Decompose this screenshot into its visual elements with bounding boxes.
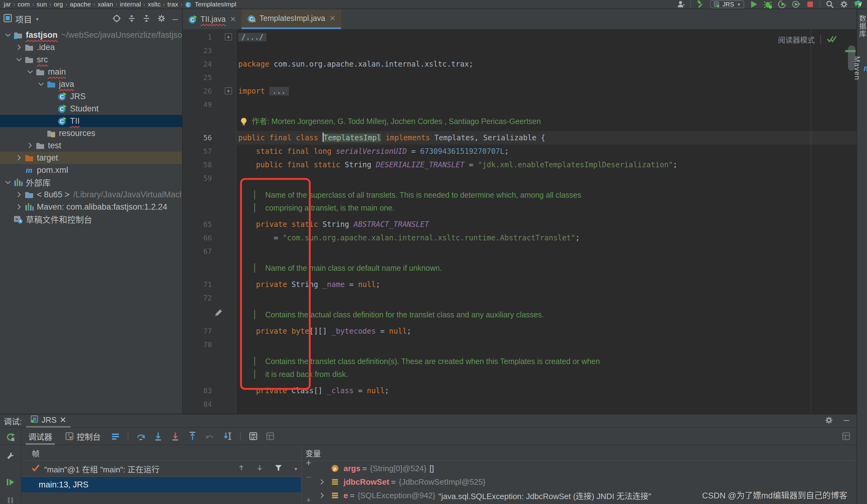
chevron-right-icon[interactable] xyxy=(14,191,24,199)
tool-stripe-database[interactable]: 数据库 xyxy=(857,15,867,38)
chevron-right-icon[interactable] xyxy=(14,43,24,51)
tree-item-<-8u65->[interactable]: < 8u65 >/Library/Java/JavaVirtualMacl xyxy=(0,189,182,201)
intention-bulb-icon[interactable] xyxy=(239,117,248,126)
gutter-cell[interactable] xyxy=(183,368,236,380)
breadcrumb-class[interactable]: TemplatesImpl xyxy=(195,1,236,8)
filter-funnel-icon[interactable] xyxy=(275,464,282,474)
debug-session-tab[interactable]: JRS ✕ xyxy=(26,414,71,428)
search-icon[interactable] xyxy=(825,0,834,8)
gear-icon[interactable] xyxy=(825,416,833,426)
coverage-button[interactable] xyxy=(777,0,786,8)
tree-item-jrs[interactable]: CJRS xyxy=(0,90,182,103)
chevron-down-icon[interactable] xyxy=(14,55,24,64)
run-configuration-select[interactable]: JRS ▼ xyxy=(710,0,744,8)
step-into-button[interactable] xyxy=(153,431,163,441)
gutter-cell[interactable]: 57 xyxy=(183,144,236,158)
breadcrumb-item[interactable]: org xyxy=(54,1,63,8)
breadcrumb-item[interactable]: xsltc xyxy=(148,1,161,8)
build-hammer-icon[interactable] xyxy=(696,0,705,8)
locate-file-icon[interactable] xyxy=(113,14,121,24)
debug-view-tab-1[interactable]: >控制台 xyxy=(63,429,103,443)
gutter-cell[interactable]: 78 xyxy=(183,338,236,352)
gutter-cell[interactable]: 67 xyxy=(183,245,236,258)
code-line-26[interactable]: 26+import ... xyxy=(183,84,857,98)
code-line-23[interactable]: 23 xyxy=(183,44,857,57)
project-view-selector[interactable]: 项目 ▼ xyxy=(3,13,40,25)
code-line-25[interactable]: 25 xyxy=(183,71,857,84)
chevron-down-icon[interactable] xyxy=(36,80,46,88)
code-line-71[interactable]: 71 private String _name = null; xyxy=(183,278,857,291)
error-stripe-mark[interactable] xyxy=(845,50,856,52)
tree-item-target[interactable]: target xyxy=(0,152,182,164)
doc-comment-line[interactable]: Name of the superclass of all translets.… xyxy=(183,189,857,201)
arrow-down-icon[interactable] xyxy=(256,464,264,474)
editor-content[interactable]: 1+/.../2324package com.sun.org.apache.xa… xyxy=(183,29,857,414)
editor-tab-tii.java[interactable]: CTII.java✕ xyxy=(183,9,242,29)
run-button[interactable] xyxy=(749,0,758,8)
step-out-button[interactable] xyxy=(188,431,197,441)
code-line-72[interactable]: 72 xyxy=(183,291,857,305)
tree-item-.idea[interactable]: .idea xyxy=(0,41,182,53)
code-line-59[interactable]: 59 xyxy=(183,172,857,185)
doc-comment-line[interactable]: Name of the main class or default name i… xyxy=(183,262,857,274)
gear-icon[interactable] xyxy=(157,14,166,24)
gutter-cell[interactable]: 72 xyxy=(183,291,236,305)
doc-comment-line[interactable]: Contains the actual class definition for… xyxy=(183,309,857,321)
breadcrumb-item[interactable]: sun xyxy=(36,1,47,8)
tree-item-test[interactable]: test xyxy=(0,139,182,152)
breadcrumb-item[interactable]: internal xyxy=(120,1,141,8)
variable-row-jdbcRowSet[interactable]: jdbcRowSet={JdbcRowSetImpl@525} xyxy=(315,475,857,489)
code-viewport[interactable]: 1+/.../2324package com.sun.org.apache.xa… xyxy=(183,29,857,414)
gutter-cell[interactable]: 49 xyxy=(183,98,236,111)
chevron-right-icon[interactable] xyxy=(315,491,329,500)
code-line-66[interactable]: 66 = "com.sun.org.apache.xalan.internal.… xyxy=(183,231,857,245)
gutter-cell[interactable]: 24 xyxy=(183,57,236,71)
code-line-24[interactable]: 24package com.sun.org.apache.xalan.inter… xyxy=(183,57,857,71)
tree-item-main[interactable]: main xyxy=(0,66,182,78)
chevron-down-icon[interactable] xyxy=(25,68,35,76)
ide-shield-icon[interactable] xyxy=(854,0,863,8)
code-line-77[interactable]: 77 private byte[][] _bytecodes = null; xyxy=(183,324,857,338)
gutter-cell[interactable]: 25 xyxy=(183,71,236,84)
user-icon[interactable] xyxy=(676,0,686,8)
code-line-58[interactable]: 58 public final static String DESERIALIZ… xyxy=(183,158,857,172)
chevron-right-icon[interactable] xyxy=(14,203,24,211)
breadcrumb-item[interactable]: com xyxy=(18,1,30,8)
variable-row-args[interactable]: pargs={String[0]@524}[] xyxy=(315,462,857,475)
stop-button[interactable] xyxy=(806,0,815,8)
code-line-1[interactable]: 1+/.../ xyxy=(183,30,857,44)
gutter-cell[interactable]: 59 xyxy=(183,172,236,185)
chevron-down-icon[interactable] xyxy=(3,31,13,39)
tree-item-tii[interactable]: CTII xyxy=(0,115,182,127)
gutter-cell[interactable]: 83 xyxy=(183,384,236,397)
tree-item-resources[interactable]: resources xyxy=(0,127,182,139)
doc-comment-line[interactable]: Contains the translet class definition(s… xyxy=(183,355,857,367)
debug-button[interactable] xyxy=(763,0,772,8)
drop-frame-button[interactable] xyxy=(205,431,214,441)
inspections-ok-icon[interactable] xyxy=(826,34,837,45)
force-step-into-button[interactable] xyxy=(171,431,180,441)
tree-item-java[interactable]: java xyxy=(0,78,182,90)
gutter-cell[interactable]: 23 xyxy=(183,44,236,57)
tool-stripe-maven[interactable]: m Maven xyxy=(853,56,867,81)
code-line-84[interactable]: 84 xyxy=(183,397,857,411)
gutter-cell[interactable]: 56 xyxy=(183,131,236,144)
code-line-78[interactable]: 78 xyxy=(183,338,857,352)
tree-item-外部库[interactable]: 外部库 xyxy=(0,176,182,189)
doc-comment-line[interactable]: comprising a translet, is the main one. xyxy=(183,202,857,214)
profiler-button[interactable] xyxy=(791,0,801,8)
breadcrumb-item[interactable]: apache xyxy=(70,1,91,8)
step-over-button[interactable] xyxy=(136,431,146,441)
scroll-up-icon[interactable]: ▲ xyxy=(306,496,312,503)
fold-toggle[interactable]: + xyxy=(212,30,236,44)
fold-toggle[interactable]: + xyxy=(212,84,236,98)
collapse-all-icon[interactable] xyxy=(142,14,150,24)
code-line-57[interactable]: 57 static final long serialVersionUID = … xyxy=(183,144,857,158)
gutter-cell[interactable]: 1+ xyxy=(183,30,236,44)
doc-comment-line[interactable]: it is read back from disk. xyxy=(183,368,857,380)
gutter-cell[interactable]: 65 xyxy=(183,218,236,231)
gutter-cell[interactable] xyxy=(183,309,236,321)
close-icon[interactable]: ✕ xyxy=(60,415,66,425)
gutter-cell[interactable] xyxy=(183,262,236,274)
gutter-cell[interactable]: 66 xyxy=(183,231,236,245)
